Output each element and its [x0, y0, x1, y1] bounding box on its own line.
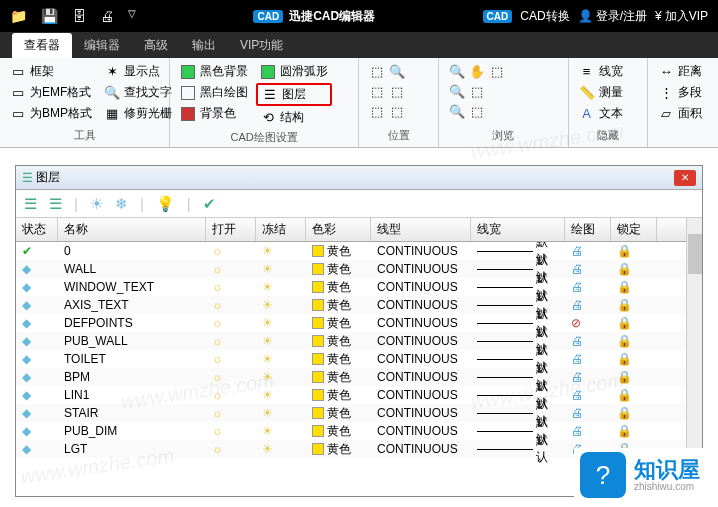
color-swatch[interactable]	[312, 335, 324, 347]
bulb-icon[interactable]: ☼	[212, 406, 223, 420]
col-open[interactable]: 打开	[206, 218, 256, 241]
plot-icon[interactable]: 🖨	[565, 370, 611, 384]
table-row[interactable]: ◆BPM☼☀黄色CONTINUOUS默认🖨🔒	[16, 368, 702, 386]
col-plot[interactable]: 绘图	[565, 218, 611, 241]
bulb-icon[interactable]: ☼	[212, 316, 223, 330]
sun-icon[interactable]: ☀	[262, 388, 273, 402]
check-icon[interactable]: ✔	[203, 195, 216, 213]
dist-button[interactable]: ↔距离	[654, 62, 706, 81]
lock-icon[interactable]: 🔒	[617, 316, 632, 330]
sun-icon[interactable]: ☀	[262, 334, 273, 348]
col-name[interactable]: 名称	[58, 218, 206, 241]
sun-icon[interactable]: ☀	[262, 406, 273, 420]
table-row[interactable]: ◆STAIR☼☀黄色CONTINUOUS默认🖨🔒	[16, 404, 702, 422]
tab-viewer[interactable]: 查看器	[12, 33, 72, 58]
multi-button[interactable]: ⋮多段	[654, 83, 706, 102]
findtext-button[interactable]: 🔍查找文字	[100, 83, 176, 102]
color-swatch[interactable]	[312, 281, 324, 293]
measure-button[interactable]: 📏测量	[575, 83, 627, 102]
plot-icon[interactable]: 🖨	[565, 406, 611, 420]
lock-icon[interactable]: 🔒	[617, 352, 632, 366]
showpoint-button[interactable]: ✶显示点	[100, 62, 176, 81]
col-color[interactable]: 色彩	[306, 218, 371, 241]
bulb-icon[interactable]: ☼	[212, 388, 223, 402]
sun-icon[interactable]: ☀	[90, 195, 103, 213]
plot-icon[interactable]: ⊘	[565, 316, 611, 330]
color-swatch[interactable]	[312, 443, 324, 455]
table-row[interactable]: ◆LIN1☼☀黄色CONTINUOUS默认🖨🔒	[16, 386, 702, 404]
plot-icon[interactable]: 🖨	[565, 262, 611, 276]
close-button[interactable]: ✕	[674, 170, 696, 186]
sun-icon[interactable]: ☀	[262, 298, 273, 312]
print-icon[interactable]: 🖨	[100, 8, 114, 24]
table-row[interactable]: ◆PUB_DIM☼☀黄色CONTINUOUS默认🖨🔒	[16, 422, 702, 440]
table-row[interactable]: ◆AXIS_TEXT☼☀黄色CONTINUOUS默认🖨🔒	[16, 296, 702, 314]
col-ltype[interactable]: 线型	[371, 218, 471, 241]
sun-icon[interactable]: ☀	[262, 244, 273, 258]
color-swatch[interactable]	[312, 317, 324, 329]
plot-icon[interactable]: 🖨	[565, 334, 611, 348]
tab-output[interactable]: 输出	[180, 33, 228, 58]
smootharc-button[interactable]: 圆滑弧形	[256, 62, 332, 81]
convert-button[interactable]: CAD转换	[520, 8, 569, 25]
lock-icon[interactable]: 🔒	[617, 424, 632, 438]
col-freeze[interactable]: 冻结	[256, 218, 306, 241]
tab-editor[interactable]: 编辑器	[72, 33, 132, 58]
chevron-down-icon[interactable]: ▽	[128, 8, 136, 24]
frame-button[interactable]: ▭框架	[6, 62, 96, 81]
save-icon[interactable]: 💾	[41, 8, 58, 24]
lock-icon[interactable]: 🔒	[617, 370, 632, 384]
plot-icon[interactable]: 🖨	[565, 280, 611, 294]
lock-icon[interactable]: 🔒	[617, 244, 632, 258]
bulb-icon[interactable]: 💡	[156, 195, 175, 213]
table-row[interactable]: ◆PUB_WALL☼☀黄色CONTINUOUS默认🖨🔒	[16, 332, 702, 350]
delete-layer-icon[interactable]: ☰	[49, 195, 62, 213]
table-row[interactable]: ✔0☼☀黄色CONTINUOUS默认🖨🔒	[16, 242, 702, 260]
table-row[interactable]: ◆WINDOW_TEXT☼☀黄色CONTINUOUS默认🖨🔒	[16, 278, 702, 296]
lock-icon[interactable]: 🔒	[617, 406, 632, 420]
bulb-icon[interactable]: ☼	[212, 244, 223, 258]
plot-icon[interactable]: 🖨	[565, 424, 611, 438]
layer-button[interactable]: ☰图层	[256, 83, 332, 106]
color-swatch[interactable]	[312, 263, 324, 275]
struct-button[interactable]: ⟲结构	[256, 108, 332, 127]
browse-btn1[interactable]: 🔍✋⬚	[445, 62, 509, 80]
color-swatch[interactable]	[312, 425, 324, 437]
bulb-icon[interactable]: ☼	[212, 280, 223, 294]
linew-button[interactable]: ≡线宽	[575, 62, 627, 81]
bwdraw-button[interactable]: 黑白绘图	[176, 83, 252, 102]
lock-icon[interactable]: 🔒	[617, 298, 632, 312]
browse-btn2[interactable]: 🔍⬚	[445, 82, 509, 100]
color-swatch[interactable]	[312, 389, 324, 401]
bmp-button[interactable]: ▭为BMP格式	[6, 104, 96, 123]
bgcolor-button[interactable]: 背景色	[176, 104, 252, 123]
color-swatch[interactable]	[312, 353, 324, 365]
pos-btn3[interactable]: ⬚⬚	[365, 102, 409, 120]
vip-button[interactable]: ¥加入VIP	[655, 8, 708, 25]
pos-btn2[interactable]: ⬚⬚	[365, 82, 409, 100]
sun-icon[interactable]: ☀	[262, 280, 273, 294]
blackbg-button[interactable]: 黑色背景	[176, 62, 252, 81]
bulb-icon[interactable]: ☼	[212, 352, 223, 366]
sun-icon[interactable]: ☀	[262, 370, 273, 384]
lock-icon[interactable]: 🔒	[617, 388, 632, 402]
tab-advanced[interactable]: 高级	[132, 33, 180, 58]
text-button[interactable]: A文本	[575, 104, 627, 123]
col-lw[interactable]: 线宽	[471, 218, 565, 241]
table-row[interactable]: ◆DEFPOINTS☼☀黄色CONTINUOUS默认⊘🔒	[16, 314, 702, 332]
tab-vip[interactable]: VIP功能	[228, 33, 295, 58]
sun-icon[interactable]: ☀	[262, 442, 273, 456]
bulb-icon[interactable]: ☼	[212, 298, 223, 312]
bulb-icon[interactable]: ☼	[212, 262, 223, 276]
col-lock[interactable]: 锁定	[611, 218, 657, 241]
bulb-icon[interactable]: ☼	[212, 424, 223, 438]
bulb-icon[interactable]: ☼	[212, 370, 223, 384]
lock-icon[interactable]: 🔒	[617, 280, 632, 294]
color-swatch[interactable]	[312, 371, 324, 383]
plot-icon[interactable]: 🖨	[565, 352, 611, 366]
sun-icon[interactable]: ☀	[262, 262, 273, 276]
bulb-icon[interactable]: ☼	[212, 334, 223, 348]
plot-icon[interactable]: 🖨	[565, 244, 611, 258]
lock-icon[interactable]: 🔒	[617, 262, 632, 276]
table-row[interactable]: ◆WALL☼☀黄色CONTINUOUS默认🖨🔒	[16, 260, 702, 278]
